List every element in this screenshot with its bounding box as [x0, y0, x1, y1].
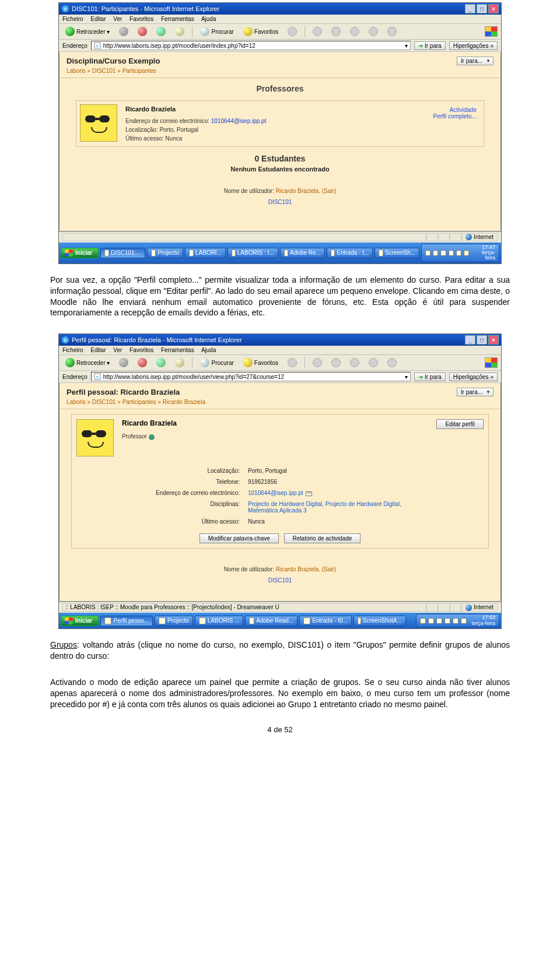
taskbar-item[interactable]: Entrada - t...: [327, 248, 373, 258]
envelope-icon[interactable]: [306, 491, 312, 496]
favorites-button[interactable]: Favoritos: [240, 357, 281, 368]
go-button[interactable]: ➔Ir para: [414, 41, 446, 50]
search-button[interactable]: Procurar: [197, 357, 236, 368]
menu-favoritos[interactable]: Favoritos: [130, 16, 153, 22]
crumb-course[interactable]: DISC101: [92, 399, 116, 405]
address-input[interactable]: e http://www.laboris.isep.ipp.pt/moodle/…: [91, 41, 411, 50]
stop-button[interactable]: [135, 357, 150, 368]
taskbar-item[interactable]: Entrada - t0...: [299, 616, 352, 626]
stop-button[interactable]: [135, 26, 150, 37]
close-button[interactable]: ×: [488, 4, 499, 13]
close-button[interactable]: ×: [488, 335, 499, 345]
taskbar-item[interactable]: ScreenShotA...: [354, 616, 406, 626]
menu-favoritos[interactable]: Favoritos: [130, 347, 153, 353]
address-input[interactable]: e http://www.laboris.isep.ipp.pt/moodle/…: [91, 372, 411, 381]
start-button[interactable]: Iniciar: [61, 248, 99, 258]
tb-extra-3[interactable]: [347, 26, 362, 37]
footer-course-link[interactable]: DISC101: [60, 199, 501, 205]
menu-ficheiro[interactable]: Ficheiro: [62, 347, 83, 353]
home-button[interactable]: [172, 357, 187, 368]
activity-report-button[interactable]: Relatório de actividade: [284, 533, 361, 543]
crumb-root[interactable]: Laboris: [66, 68, 86, 74]
menu-ferramentas[interactable]: Ferramentas: [161, 347, 194, 353]
menu-ficheiro[interactable]: Ficheiro: [62, 16, 83, 22]
forward-button[interactable]: [116, 26, 131, 37]
taskbar-item[interactable]: LABORIS : I...: [228, 248, 278, 258]
taskbar-item[interactable]: LABORIS ...: [195, 616, 243, 626]
tray-icon[interactable]: [444, 618, 450, 624]
mail-value[interactable]: 1010644@isep.ipp.pt: [248, 490, 303, 496]
taskbar-item[interactable]: Projecto: [147, 248, 183, 258]
start-button[interactable]: Iniciar: [61, 616, 99, 626]
minimize-button[interactable]: _: [465, 4, 475, 13]
maximize-button[interactable]: □: [477, 4, 487, 13]
media-button[interactable]: [285, 357, 300, 368]
search-button[interactable]: Procurar: [197, 26, 236, 37]
tb-extra-4[interactable]: [366, 26, 381, 37]
favorites-button[interactable]: Favoritos: [240, 26, 281, 37]
disc-value[interactable]: Projecto de Hardware Digital, Projecto d…: [248, 501, 401, 514]
tray-icon[interactable]: [464, 250, 469, 256]
maximize-button[interactable]: □: [477, 335, 487, 345]
menu-editar[interactable]: Editar: [90, 347, 106, 353]
tb-extra-5[interactable]: [384, 357, 400, 368]
footer-course-link[interactable]: DISC101: [60, 577, 501, 584]
media-button[interactable]: [285, 26, 300, 37]
links-button[interactable]: Hiperligações »: [449, 373, 498, 381]
menu-ajuda[interactable]: Ajuda: [201, 347, 216, 353]
taskbar-item[interactable]: Perfil pesso...: [100, 616, 153, 626]
menu-editar[interactable]: Editar: [90, 16, 106, 22]
taskbar-item[interactable]: Projecto: [155, 616, 193, 626]
refresh-button[interactable]: [153, 26, 169, 37]
menu-ferramentas[interactable]: Ferramentas: [161, 16, 194, 22]
jump-to-select[interactable]: Ir para...: [457, 57, 494, 65]
menu-ver[interactable]: Ver: [113, 347, 122, 353]
footer-user-name[interactable]: Ricardo Braziela: [276, 188, 318, 194]
refresh-button[interactable]: [153, 357, 169, 368]
minimize-button[interactable]: _: [465, 335, 475, 345]
tb-extra-1[interactable]: [310, 26, 325, 37]
taskbar-item[interactable]: DISC101:...: [100, 248, 145, 258]
edit-profile-button[interactable]: Editar perfil: [436, 419, 484, 429]
tray-icon[interactable]: [425, 250, 430, 256]
tray-icon[interactable]: [440, 250, 446, 256]
tray-icon[interactable]: [433, 250, 438, 256]
taskbar-clock: 17:53terça-feira: [471, 615, 495, 626]
taskbar-item[interactable]: Adobe Read...: [245, 616, 298, 626]
tray-icon[interactable]: [456, 250, 461, 256]
jump-to-select[interactable]: Ir para...: [457, 388, 494, 396]
tb-extra-3[interactable]: [347, 357, 362, 368]
tray-icon[interactable]: [449, 250, 454, 256]
crumb-participants[interactable]: Participantes: [123, 399, 156, 405]
links-button[interactable]: Hiperligações »: [449, 41, 498, 50]
tray-icon[interactable]: [461, 618, 467, 624]
back-button[interactable]: Retroceder ▾: [62, 357, 113, 368]
tb-extra-2[interactable]: [328, 357, 344, 368]
taskbar-item[interactable]: Adobe Re...: [280, 248, 325, 258]
tb-extra-1[interactable]: [310, 357, 325, 368]
menu-ajuda[interactable]: Ajuda: [201, 16, 216, 22]
taskbar-item[interactable]: LABORI...: [185, 248, 226, 258]
tray-icon[interactable]: [428, 618, 434, 624]
back-button[interactable]: Retroceder ▾: [62, 26, 113, 37]
tray-icon[interactable]: [436, 618, 442, 624]
crumb-root[interactable]: Laboris: [66, 399, 86, 405]
tb-extra-5[interactable]: [384, 26, 400, 37]
taskbar-item[interactable]: ScreenSh...: [374, 248, 419, 258]
link-full-profile[interactable]: Perfil completo...: [433, 113, 477, 120]
teacher-email[interactable]: 1010644@isep.ipp.pt: [211, 118, 267, 124]
footer-logout[interactable]: (Sair): [322, 188, 336, 194]
go-button[interactable]: ➔Ir para: [414, 373, 446, 381]
tray-icon[interactable]: [453, 618, 459, 624]
tray-icon[interactable]: [420, 618, 426, 624]
link-activity[interactable]: Actividade: [433, 107, 477, 113]
menu-ver[interactable]: Ver: [113, 16, 122, 22]
footer-logout[interactable]: (Sair): [322, 566, 336, 572]
crumb-course[interactable]: DISC101: [92, 68, 116, 74]
tb-extra-4[interactable]: [366, 357, 381, 368]
home-button[interactable]: [172, 26, 187, 37]
change-password-button[interactable]: Modificar palavra-chave: [200, 533, 279, 543]
forward-button[interactable]: [116, 357, 131, 368]
footer-user-name[interactable]: Ricardo Braziela: [276, 566, 318, 572]
tb-extra-2[interactable]: [328, 26, 344, 37]
